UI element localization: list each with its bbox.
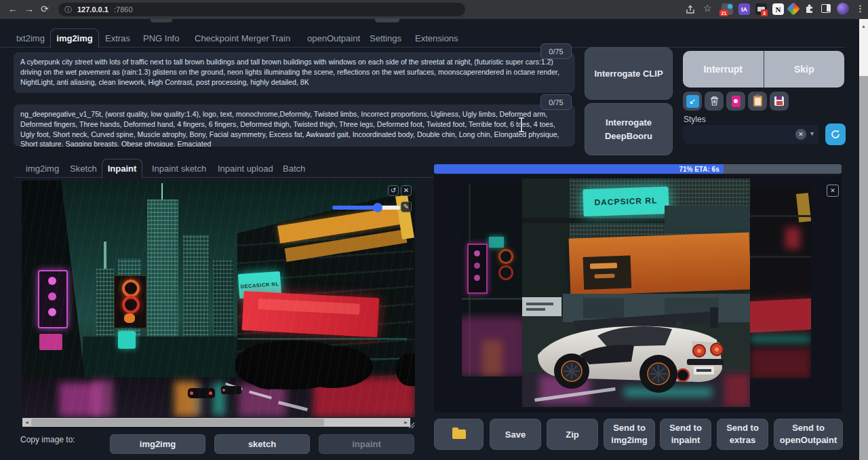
subtab-inpaint-label: Inpaint bbox=[108, 164, 137, 174]
clipboard-icon bbox=[753, 96, 762, 107]
extension-icon-ia[interactable]: IA bbox=[738, 3, 750, 15]
card-icon bbox=[732, 96, 741, 107]
slider-track-rest bbox=[380, 206, 400, 210]
styles-dropdown[interactable]: ✕ ▾ bbox=[683, 125, 818, 144]
ibeam-mouse-cursor bbox=[517, 117, 526, 133]
brush-size-slider[interactable] bbox=[332, 205, 400, 210]
subtab-img2img[interactable]: img2img bbox=[26, 164, 59, 174]
subtab-batch[interactable]: Batch bbox=[283, 164, 305, 174]
gallery-image-current[interactable]: DACPSICR RL bbox=[522, 178, 750, 407]
subtab-inpaint[interactable]: Inpaint bbox=[102, 159, 142, 178]
extension-icon-camera[interactable]: 3 bbox=[755, 3, 767, 15]
chrome-menu-icon[interactable]: ⋮ bbox=[856, 3, 865, 14]
gallery-image-previous[interactable] bbox=[462, 184, 522, 377]
paste-params-arrow-icon: ↙ bbox=[686, 95, 699, 108]
gallery-close-button[interactable]: ✕ bbox=[827, 185, 839, 197]
profile-avatar[interactable] bbox=[837, 3, 849, 15]
send-to-openoutpaint-button[interactable]: Send toopenOutpaint bbox=[774, 419, 843, 450]
slider-handle[interactable] bbox=[373, 203, 382, 212]
tab-extensions[interactable]: Extensions bbox=[415, 33, 458, 43]
tab-openoutpaint[interactable]: openOutpaint bbox=[307, 33, 360, 43]
url-port: :7860 bbox=[114, 5, 133, 14]
browser-toolbar: ← → ⟳ ⓘ 127.0.0.1 :7860 ☆ 21 IA 3 N ⋮ bbox=[0, 0, 868, 19]
zip-button[interactable]: Zip bbox=[547, 419, 598, 450]
tab-img2img[interactable]: img2img bbox=[50, 28, 99, 48]
extension-icon-diamond[interactable] bbox=[787, 2, 800, 16]
subtab-inpaint-upload[interactable]: Inpaint upload bbox=[218, 164, 273, 174]
clear-prompt-button[interactable] bbox=[705, 92, 724, 111]
send-to-extras-button[interactable]: Send toextras bbox=[717, 419, 768, 450]
extension-badge: 3 bbox=[761, 9, 768, 16]
tab-img2img-label: img2img bbox=[56, 33, 92, 43]
trash-icon bbox=[709, 96, 719, 107]
url-host: 127.0.0.1 bbox=[77, 5, 108, 14]
tab-extras[interactable]: Extras bbox=[105, 33, 130, 43]
share-icon[interactable] bbox=[685, 4, 696, 15]
tab-train[interactable]: Train bbox=[271, 33, 290, 43]
save-button[interactable]: Save bbox=[490, 419, 541, 450]
scrollbar-left-arrow[interactable]: ◄ bbox=[22, 418, 31, 427]
result-teal-sign: DACPSICR RL bbox=[583, 187, 669, 216]
canvas-resize-handle[interactable] bbox=[407, 421, 415, 429]
styles-clear-icon[interactable]: ✕ bbox=[795, 129, 806, 140]
side-panel-icon[interactable] bbox=[821, 4, 831, 13]
floppy-icon bbox=[774, 96, 784, 106]
scrollbar-thumb[interactable] bbox=[31, 419, 324, 426]
subtab-sketch[interactable]: Sketch bbox=[70, 164, 97, 174]
gallery-image-next[interactable] bbox=[750, 188, 811, 379]
white-sports-car bbox=[532, 302, 744, 393]
send-to-inpaint-button[interactable]: Send toinpaint bbox=[660, 419, 711, 450]
canvas-scrollbar[interactable]: ◄ ► bbox=[22, 418, 410, 427]
generation-progress-bar: 71% ETA: 6s bbox=[434, 164, 842, 174]
up-arrow-icon: ▲ bbox=[861, 24, 866, 28]
apply-style-button[interactable] bbox=[748, 92, 767, 111]
save-label: Save bbox=[505, 429, 526, 440]
negative-prompt-textarea[interactable]: ng_deepnegative_v1_75t, (worst quality, … bbox=[14, 104, 575, 147]
scrollbar-up-button[interactable]: ▲ bbox=[859, 19, 868, 33]
interrupt-button[interactable]: Interrupt bbox=[683, 51, 764, 88]
progress-fill: 71% ETA: 6s bbox=[434, 164, 724, 174]
canvas-undo-button[interactable]: ↺ bbox=[388, 185, 399, 196]
refresh-icon bbox=[830, 129, 841, 140]
extension-icon-1[interactable]: 21 bbox=[722, 3, 733, 15]
skip-button[interactable]: Skip bbox=[764, 51, 845, 88]
send-to-img2img-button[interactable]: Send toimg2img bbox=[604, 419, 655, 450]
interrogate-clip-button[interactable]: Interrogate CLIP bbox=[585, 47, 673, 100]
paste-params-button[interactable]: ↙ bbox=[683, 92, 702, 111]
browser-forward-button[interactable]: → bbox=[24, 3, 34, 14]
brush-tool-button[interactable]: ✎ bbox=[401, 202, 412, 212]
subtab-inpaint-sketch[interactable]: Inpaint sketch bbox=[152, 164, 206, 174]
bookmark-star-icon[interactable]: ☆ bbox=[703, 3, 712, 14]
send-to-openoutpaint-label: Send toopenOutpaint bbox=[780, 422, 837, 446]
tab-checkpoint-merger[interactable]: Checkpoint Merger bbox=[195, 33, 269, 43]
interrogate-deepbooru-label: Interrogate DeepBooru bbox=[605, 116, 652, 142]
side-panel-fill bbox=[827, 5, 830, 12]
tab-png-info[interactable]: PNG Info bbox=[143, 33, 179, 43]
open-folder-button[interactable] bbox=[434, 419, 484, 450]
extensions-puzzle-icon[interactable] bbox=[804, 4, 814, 14]
copy-image-to-label: Copy image to: bbox=[20, 435, 75, 444]
canvas-clear-button[interactable]: ✕ bbox=[401, 185, 412, 196]
prompt-textarea[interactable]: A cyberpunk city street with lots of tra… bbox=[14, 52, 575, 93]
save-style-button[interactable] bbox=[770, 92, 789, 111]
copy-to-img2img-button[interactable]: img2img bbox=[110, 434, 205, 454]
scrollbar-thumb[interactable] bbox=[859, 33, 868, 76]
interrupt-label: Interrupt bbox=[703, 64, 743, 75]
interrogate-deepbooru-button[interactable]: Interrogate DeepBooru bbox=[585, 103, 673, 155]
browser-back-button[interactable]: ← bbox=[8, 3, 18, 14]
copy-to-inpaint-button[interactable]: inpaint bbox=[319, 434, 414, 454]
extension-badge: 21 bbox=[719, 9, 728, 16]
tab-txt2img[interactable]: txt2img bbox=[16, 33, 45, 43]
browser-reload-button[interactable]: ⟳ bbox=[41, 3, 49, 14]
styles-refresh-button[interactable] bbox=[825, 123, 846, 145]
extension-icon-notion[interactable]: N bbox=[772, 3, 784, 15]
copy-to-sketch-button[interactable]: sketch bbox=[214, 434, 310, 454]
extra-networks-button[interactable] bbox=[726, 92, 745, 111]
tab-settings[interactable]: Settings bbox=[370, 33, 401, 43]
styles-label: Styles bbox=[684, 115, 706, 124]
inpaint-canvas[interactable]: DECASICR RL bbox=[22, 180, 415, 417]
site-info-icon[interactable]: ⓘ bbox=[64, 5, 72, 15]
address-bar[interactable]: ⓘ 127.0.0.1 :7860 bbox=[58, 3, 465, 16]
styles-caret-icon[interactable]: ▾ bbox=[810, 130, 814, 137]
browser-scrollbar[interactable]: ▲ bbox=[859, 19, 868, 460]
